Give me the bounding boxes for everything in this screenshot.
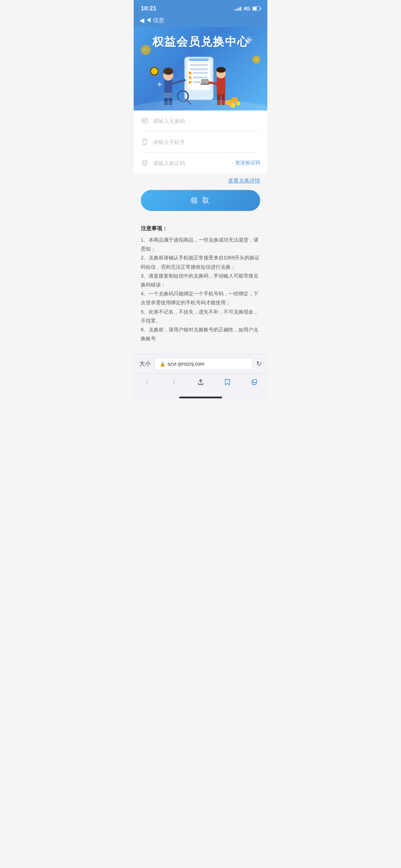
svg-rect-7 [193, 77, 208, 78]
phone-field [141, 131, 260, 153]
svg-point-38 [144, 143, 145, 144]
browser-size-button[interactable]: 大小 [139, 360, 151, 368]
share-button[interactable] [191, 377, 210, 387]
signal-bar-4 [240, 7, 241, 11]
forward-button[interactable] [164, 377, 184, 387]
phone-icon-svg [141, 138, 148, 145]
svg-point-13 [163, 68, 173, 75]
signal-bar-3 [238, 7, 240, 11]
refresh-button[interactable]: ↻ [256, 360, 262, 368]
shield-icon [141, 159, 149, 167]
svg-rect-5 [193, 72, 208, 74]
shield-icon-svg [141, 159, 148, 166]
svg-point-8 [189, 81, 191, 84]
deco-star-icon: ✳ [245, 34, 253, 46]
status-bar: 10:21 4G [134, 0, 267, 15]
note-item-1: 1、本商品属于虚拟商品，一经兑换成功无法退货，请悉知； [141, 237, 258, 252]
svg-point-20 [216, 67, 226, 73]
browser-url-bar[interactable]: 🔒 szvr.qmsznj.com [154, 358, 253, 370]
nav-back-label: ◀ 信息 [146, 17, 164, 24]
share-icon [197, 378, 205, 386]
verify-code-field: 发送验证码 [141, 153, 260, 173]
svg-rect-39 [144, 140, 146, 140]
network-type: 4G [243, 6, 250, 11]
svg-rect-24 [200, 84, 210, 85]
claim-button[interactable]: 领 取 [141, 190, 260, 211]
svg-point-17 [163, 93, 174, 98]
phone-icon [141, 138, 149, 146]
back-arrow-icon: ◀ [139, 16, 144, 24]
signal-bar-1 [235, 9, 236, 11]
lock-icon: 🔒 [160, 361, 165, 367]
svg-rect-23 [202, 79, 208, 83]
home-indicator-bar [179, 397, 222, 398]
notes-content: 1、本商品属于虚拟商品，一经兑换成功无法退货，请悉知； 2、兑换前请确认手机能正… [141, 236, 260, 343]
svg-rect-36 [142, 119, 148, 123]
browser-bar: 大小 🔒 szvr.qmsznj.com ↻ [134, 354, 267, 373]
message-icon [141, 117, 149, 125]
note-item-3: 3、请直接复制短信中的兑换码，手动输入可能导致兑换码错误； [141, 273, 258, 288]
phone-input[interactable] [153, 139, 260, 145]
gray-section: 查看兑换详情 领 取 [134, 173, 267, 218]
browser-url: szvr.qmsznj.com [168, 361, 204, 367]
svg-rect-10 [189, 58, 209, 61]
note-item-6: 6、兑换前，请用户核对兑换账号的正确性，如用户兑换账号 [141, 327, 258, 341]
deco-ring-circle [162, 38, 169, 45]
tabs-icon [250, 378, 258, 386]
svg-point-35 [151, 68, 158, 75]
svg-point-4 [189, 72, 191, 74]
form-section: 发送验证码 [134, 110, 267, 173]
verify-code-input[interactable] [153, 160, 228, 166]
bottom-toolbar [134, 373, 267, 394]
signal-bars [235, 7, 241, 11]
message-icon-svg [141, 117, 148, 124]
exchange-code-input[interactable] [153, 118, 260, 124]
svg-rect-18 [217, 77, 225, 96]
battery-fill [253, 7, 257, 10]
hero-banner: ✳ 权益会员兑换中心 [134, 27, 267, 110]
forward-icon [170, 378, 178, 386]
svg-rect-2 [190, 64, 208, 66]
nav-back-button[interactable]: ◀ ◀ 信息 [139, 16, 164, 24]
note-item-4: 4、一个兑换码只能绑定一个手机号码，一经绑定，下次登录需使用绑定的手机号码才能使… [141, 291, 258, 305]
svg-text:+: + [157, 79, 162, 89]
svg-point-6 [189, 76, 191, 79]
bookmark-button[interactable] [218, 377, 237, 387]
back-icon [143, 378, 151, 386]
notes-section: 注意事项： 1、本商品属于虚拟商品，一经兑换成功无法退货，请悉知； 2、兑换前请… [134, 218, 267, 354]
status-time: 10:21 [141, 5, 156, 12]
note-item-5: 5、此券不记名，不挂失，遗失不补，不可兑换现金，不找零。 [141, 309, 258, 324]
bookmark-icon [223, 378, 231, 386]
signal-bar-2 [237, 9, 238, 11]
exchange-code-field [141, 110, 260, 131]
view-detail-link[interactable]: 查看兑换详情 [141, 177, 260, 184]
svg-rect-41 [253, 379, 257, 383]
send-code-button[interactable]: 发送验证码 [232, 160, 260, 166]
tabs-button[interactable] [245, 377, 264, 387]
status-icons: 4G [235, 6, 260, 11]
battery-icon [252, 6, 260, 11]
note-item-2: 2、兑换前请确认手机能正常接受来自1069开头的验证码短信，否则无法正常接收短信… [141, 255, 259, 269]
back-button[interactable] [138, 377, 157, 387]
nav-bar: ◀ ◀ 信息 [134, 15, 267, 27]
home-indicator [134, 394, 267, 402]
svg-line-14 [172, 80, 185, 84]
notes-title: 注意事项： [141, 225, 260, 232]
hero-title: 权益会员兑换中心 [141, 34, 260, 50]
svg-rect-3 [190, 68, 208, 70]
